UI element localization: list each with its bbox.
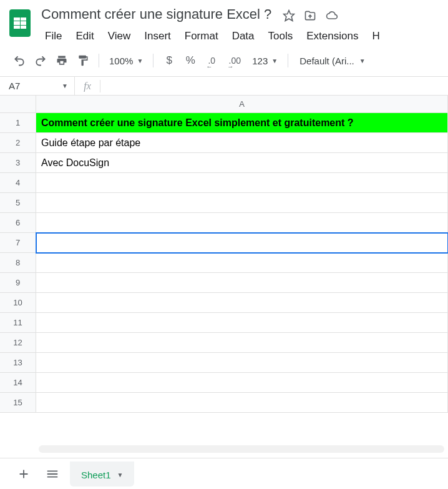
cell-A13[interactable] — [36, 353, 448, 373]
toolbar: 100%▼ $ % .0← .00→ 123▼ Default (Ari...▼ — [0, 45, 448, 72]
menu-view[interactable]: View — [102, 27, 137, 45]
format-percent-button[interactable]: % — [181, 51, 200, 70]
menu-extensions[interactable]: Extensions — [300, 27, 364, 45]
row-header[interactable]: 2 — [0, 133, 36, 153]
row-header[interactable]: 7 — [0, 233, 36, 253]
cell-A10[interactable] — [36, 293, 448, 313]
menu-edit[interactable]: Edit — [69, 27, 100, 45]
cloud-status-icon[interactable] — [325, 9, 339, 22]
cell-A12[interactable] — [36, 333, 448, 353]
all-sheets-button[interactable] — [41, 463, 64, 485]
redo-button[interactable] — [31, 51, 50, 70]
separator — [99, 54, 99, 67]
cell-A3[interactable]: Avec DocuSign — [36, 153, 448, 173]
chevron-down-icon: ▼ — [62, 82, 68, 89]
row-header[interactable]: 6 — [0, 213, 36, 233]
number-format-select[interactable]: 123▼ — [248, 56, 281, 66]
select-all-corner[interactable] — [0, 96, 36, 112]
cell-A5[interactable] — [36, 193, 448, 213]
row-header[interactable]: 11 — [0, 313, 36, 333]
increase-decimal-button[interactable]: .00→ — [223, 51, 246, 70]
row-header[interactable]: 1 — [0, 113, 36, 133]
row-header[interactable]: 5 — [0, 193, 36, 213]
cell-A11[interactable] — [36, 313, 448, 333]
cell-A7[interactable] — [36, 233, 448, 253]
sheet-tab[interactable]: Sheet1▼ — [70, 462, 134, 487]
cell-A1[interactable]: Comment créer une signature Excel simple… — [36, 113, 448, 133]
font-select[interactable]: Default (Ari...▼ — [295, 56, 365, 66]
row-header[interactable]: 14 — [0, 373, 36, 393]
menu-bar: File Edit View Insert Format Data Tools … — [39, 27, 442, 45]
cell-A14[interactable] — [36, 373, 448, 393]
name-box[interactable]: A7▼ — [0, 77, 75, 96]
zoom-select[interactable]: 100%▼ — [105, 56, 147, 66]
undo-button[interactable] — [10, 51, 29, 70]
paint-format-button[interactable] — [74, 51, 92, 70]
cell-A6[interactable] — [36, 213, 448, 233]
add-sheet-button[interactable] — [12, 463, 35, 485]
menu-data[interactable]: Data — [226, 27, 261, 45]
row-header[interactable]: 8 — [0, 253, 36, 273]
row-header[interactable]: 15 — [0, 393, 36, 413]
star-icon[interactable] — [283, 9, 295, 22]
move-icon[interactable] — [304, 9, 316, 22]
chevron-down-icon: ▼ — [359, 57, 366, 64]
sheet-bar: Sheet1▼ — [0, 458, 448, 489]
svg-marker-0 — [284, 11, 295, 21]
row-header[interactable]: 4 — [0, 173, 36, 193]
document-title[interactable]: Comment créer une signature Excel ? — [39, 5, 274, 24]
formula-bar[interactable] — [100, 77, 448, 95]
chevron-down-icon: ▼ — [117, 472, 124, 478]
sheets-logo[interactable] — [6, 5, 34, 41]
chevron-down-icon: ▼ — [271, 57, 278, 64]
separator — [288, 54, 288, 67]
menu-tools[interactable]: Tools — [262, 27, 299, 45]
menu-insert[interactable]: Insert — [138, 27, 177, 45]
row-header[interactable]: 3 — [0, 153, 36, 173]
row-header[interactable]: 12 — [0, 333, 36, 353]
cell-A8[interactable] — [36, 253, 448, 273]
menu-help[interactable]: H — [366, 27, 386, 45]
cell-A2[interactable]: Guide étape par étape — [36, 133, 448, 153]
menu-format[interactable]: Format — [178, 27, 225, 45]
row-header[interactable]: 9 — [0, 273, 36, 293]
spreadsheet-grid: A1Comment créer une signature Excel simp… — [0, 96, 448, 413]
column-header[interactable]: A — [36, 96, 448, 112]
decrease-decimal-button[interactable]: .0← — [202, 51, 221, 70]
row-header[interactable]: 13 — [0, 353, 36, 373]
separator — [153, 54, 153, 67]
cell-A9[interactable] — [36, 273, 448, 293]
row-header[interactable]: 10 — [0, 293, 36, 313]
fx-icon: fx — [75, 81, 100, 92]
cell-A4[interactable] — [36, 173, 448, 193]
menu-file[interactable]: File — [39, 27, 68, 45]
horizontal-scrollbar[interactable] — [39, 445, 444, 453]
cell-A15[interactable] — [36, 393, 448, 413]
chevron-down-icon: ▼ — [137, 57, 143, 64]
print-button[interactable] — [52, 51, 71, 70]
format-currency-button[interactable]: $ — [160, 51, 178, 70]
